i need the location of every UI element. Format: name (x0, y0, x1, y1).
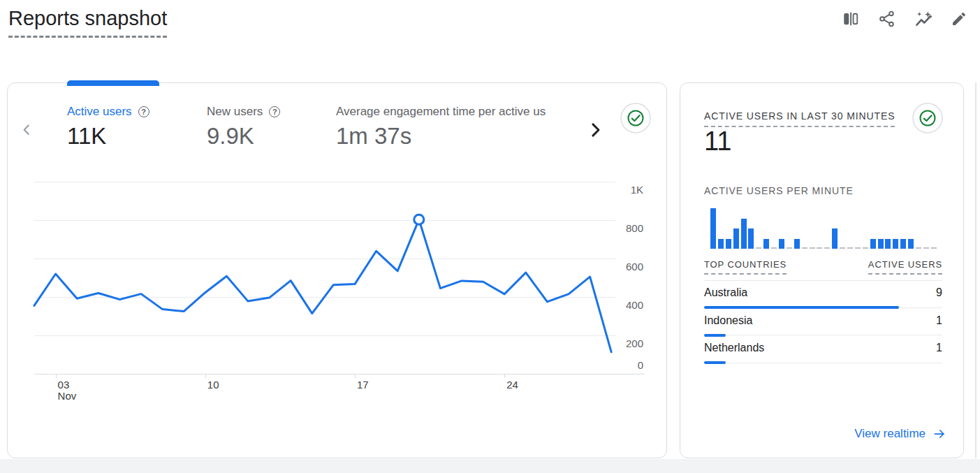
minute-bar (916, 247, 921, 249)
y-axis-label: 600 (608, 260, 643, 274)
metric-value: 1m 37s (336, 122, 584, 150)
reports-snapshot-page: Reports snapshot (0, 0, 980, 473)
metric-label-text: Active users (67, 105, 132, 119)
x-axis-label-day: 17 (357, 379, 369, 391)
minute-bar (824, 247, 830, 249)
metric-value: 11K (67, 122, 207, 150)
y-axis-label: 0 (608, 358, 643, 372)
minute-bar (794, 239, 800, 249)
active-users-header: ACTIVE USERS (868, 259, 942, 275)
insights-icon[interactable] (914, 10, 933, 28)
countries-table-header: TOP COUNTRIES ACTIVE USERS (704, 259, 942, 275)
x-axis-label-day: 10 (207, 379, 219, 391)
metric-tab-active-users[interactable]: Active users?11K (67, 104, 207, 150)
per-minute-title: ACTIVE USERS PER MINUTE (704, 185, 854, 196)
x-axis-label: 03Nov (58, 379, 77, 402)
country-name: Australia (704, 286, 747, 299)
view-realtime-label: View realtime (854, 427, 926, 441)
x-axis-label: 17 (357, 379, 369, 391)
country-active-users: 1 (936, 342, 942, 354)
header-actions (842, 10, 969, 28)
realtime-title: ACTIVE USERS IN LAST 30 MINUTES (704, 110, 895, 127)
minute-bar (763, 239, 769, 249)
share-icon[interactable] (878, 10, 896, 28)
minute-bar (733, 228, 739, 249)
row-divider (704, 335, 942, 335)
minute-bar (855, 247, 861, 249)
prev-metrics-button[interactable] (17, 121, 36, 141)
country-row[interactable]: Australia9 (704, 285, 942, 313)
minute-bar (863, 247, 868, 249)
help-icon[interactable]: ? (138, 106, 149, 117)
minute-bar (748, 228, 754, 249)
metric-value: 9.9K (207, 122, 336, 150)
country-bar-track (704, 361, 942, 364)
country-name: Indonesia (704, 314, 752, 327)
metric-label: Active users? (67, 104, 207, 119)
country-name: Netherlands (704, 342, 764, 354)
country-row-text: Netherlands1 (704, 340, 942, 356)
x-axis-label: 10 (207, 379, 219, 391)
y-axis-label: 800 (608, 221, 643, 235)
active-users-series-line (34, 219, 611, 352)
country-row[interactable]: Indonesia1 (704, 313, 942, 341)
metric-tab-average-engagement-time-per-active-us[interactable]: Average engagement time per active us1m … (336, 104, 584, 150)
comparison-icon[interactable] (842, 10, 860, 28)
y-axis-label: 1K (608, 183, 643, 197)
next-metrics-button[interactable] (585, 119, 606, 143)
x-axis-tick (504, 374, 505, 378)
countries-table: Australia9Indonesia1Netherlands1 (704, 285, 942, 368)
active-users-per-minute-chart (710, 207, 941, 249)
minute-bar (771, 247, 777, 249)
help-icon[interactable]: ? (269, 106, 280, 117)
x-axis-label: 24 (506, 379, 518, 391)
panel-divider (975, 82, 977, 458)
x-axis-label-day: 03 (58, 379, 77, 391)
table-divider (704, 280, 942, 281)
country-active-users: 9 (936, 286, 942, 299)
arrow-right-icon (933, 427, 946, 441)
metric-tab-new-users[interactable]: New users?9.9K (207, 104, 336, 150)
country-row-text: Australia9 (704, 285, 942, 300)
country-row[interactable]: Netherlands1 (704, 340, 942, 368)
y-axis-label: 400 (608, 298, 643, 312)
minute-bar (900, 239, 906, 249)
minute-bar (893, 239, 898, 249)
minute-bar (885, 239, 891, 249)
minute-bar (923, 247, 929, 249)
top-countries-header: TOP COUNTRIES (704, 259, 787, 275)
minute-bar (908, 239, 914, 249)
realtime-title-row: ACTIVE USERS IN LAST 30 MINUTES (704, 110, 895, 127)
page-bottom-strip (0, 459, 980, 473)
minute-bar (779, 239, 784, 249)
country-bar (704, 334, 726, 337)
selected-metric-indicator (67, 80, 159, 86)
realtime-card: ACTIVE USERS IN LAST 30 MINUTES 11 ACTIV… (680, 82, 964, 458)
data-quality-icon[interactable] (912, 103, 943, 136)
edit-icon[interactable] (951, 10, 969, 28)
country-row-text: Indonesia1 (704, 313, 942, 328)
x-axis-label-day: 24 (506, 379, 518, 391)
x-axis-tick (56, 374, 57, 378)
minute-bar (847, 247, 853, 249)
metrics-row: Active users?11KNew users?9.9KAverage en… (67, 104, 584, 150)
row-divider (704, 363, 942, 363)
minute-bar (817, 247, 822, 249)
metric-label-text: New users (207, 105, 263, 119)
peak-point-marker[interactable] (414, 214, 424, 224)
metric-label: Average engagement time per active us (336, 104, 584, 119)
minute-bar (810, 247, 815, 249)
data-quality-icon[interactable] (620, 103, 651, 136)
minute-bar (802, 247, 807, 249)
minute-bar (787, 247, 792, 249)
x-axis-label-month: Nov (58, 391, 77, 402)
x-axis-tick (355, 374, 356, 378)
country-bar-track (704, 334, 942, 337)
minute-bar (878, 239, 884, 249)
minute-bar (756, 247, 761, 249)
minute-bar (870, 239, 876, 249)
minute-bar (931, 247, 937, 249)
metric-label: New users? (207, 104, 336, 119)
overview-card: Active users?11KNew users?9.9KAverage en… (7, 82, 667, 458)
view-realtime-link[interactable]: View realtime (854, 427, 946, 441)
